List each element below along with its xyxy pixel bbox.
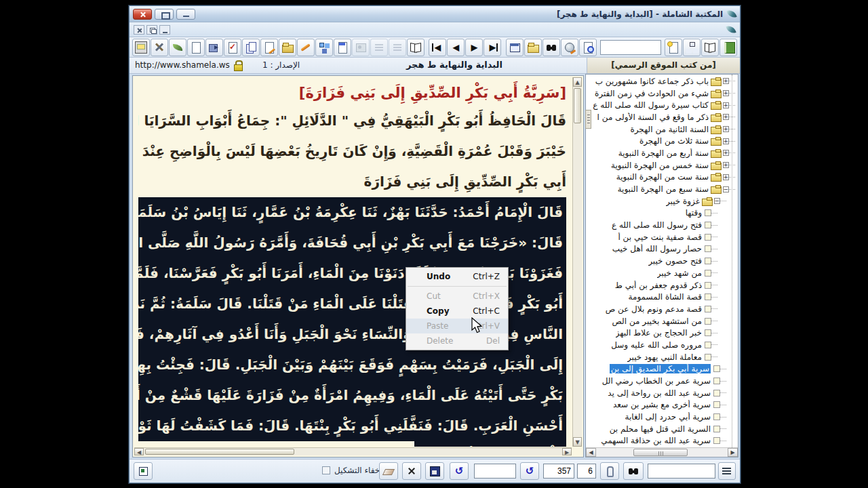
toolbar-new-note-button[interactable] [665, 39, 682, 56]
tree-scroll-right-arrow[interactable]: ▶ [728, 448, 738, 457]
tree-item[interactable]: قصة مدعم ونوم بلال عن ص [586, 303, 736, 315]
refresh-button-2[interactable]: ↺ [520, 462, 539, 480]
expander-toggle[interactable]: + [723, 102, 729, 108]
options-menu-button[interactable] [718, 462, 736, 480]
toolbar-properties-button[interactable] [334, 39, 351, 56]
tree-checkbox[interactable] [705, 234, 711, 241]
toolbar-leaf-button[interactable] [169, 39, 186, 56]
context-menu-item[interactable]: Paste Ctrl+V [406, 319, 508, 333]
tree-item[interactable]: سرية أبي بكر الصديق إلى بن [586, 363, 736, 375]
toolbar-edit-page-button[interactable] [260, 39, 278, 56]
expander-toggle[interactable]: + [723, 162, 729, 168]
tree-checkbox[interactable] [705, 293, 711, 300]
context-menu-item[interactable]: Delete Del [406, 333, 508, 348]
tree-item[interactable]: حصار رسول الله أهل خيب [586, 243, 736, 256]
tree-checkbox[interactable] [705, 329, 711, 336]
tree-item[interactable]: + سنة خمس من الهجرة النبوية [586, 159, 736, 171]
tree-item[interactable]: + شيء من الحوادث في زمن الفترة [586, 87, 736, 100]
expander-toggle[interactable]: + [723, 138, 729, 144]
reader-line[interactable]: الْمَدِينَةَ، ثُمَّ بِتُّ فَلَمْ [138, 441, 566, 447]
reader-line[interactable]: قَالَ: «خَرَجْنَا مَعَ أَبِي بَكْرِ بْنِ… [138, 228, 566, 258]
tree-checkbox[interactable] [705, 342, 711, 348]
tree-scroll-left-arrow[interactable]: ◀ [586, 448, 596, 457]
context-menu-item[interactable]: Cut Ctrl+X [406, 289, 508, 304]
tree-item[interactable]: + سنة ست من الهجرة النبوية [586, 171, 736, 184]
tree-item[interactable]: وقتها [586, 207, 736, 220]
tree-checkbox[interactable] [705, 354, 711, 361]
tree-item[interactable]: − سنة سبع من الهجرة النبوية [586, 183, 736, 195]
tree-checkbox[interactable] [705, 245, 711, 252]
toolbar-nav-next-button[interactable]: ▶ [465, 39, 483, 56]
mdi-close-button[interactable] [134, 25, 144, 35]
reader-line[interactable]: أَبِي بَكْرٍ الصِّدِّيقِ إِلَى بَنِي فَز… [138, 167, 566, 197]
tree-checkbox[interactable] [705, 318, 711, 325]
reader-line[interactable]: إِلَى الْجَبَلِ، فَرَمَيْتُ بِسَهْمٍ فَو… [138, 350, 566, 380]
toolbar-clipboard-check-button[interactable] [224, 39, 241, 56]
tree-checkbox[interactable] [713, 401, 720, 408]
reader-line[interactable]: قَالَ الْإِمَامُ أَحْمَدُ: حَدَّثَنَا بَ… [138, 197, 566, 228]
menu-live-update[interactable] [654, 28, 665, 31]
hide-diacritics-checkbox[interactable] [322, 466, 330, 474]
expander-toggle[interactable]: + [723, 150, 729, 156]
tree-item[interactable]: + السنة الثانية من الهجرة [586, 123, 736, 136]
expander-toggle[interactable]: + [723, 126, 729, 132]
scroll-left-arrow[interactable]: ◀ [134, 448, 144, 455]
tree-item[interactable]: سرية عبد الله بن حذافة السهمي [586, 435, 736, 447]
toolbar-pencil-button[interactable] [297, 39, 315, 56]
save-button[interactable] [425, 462, 444, 480]
splitter-grip[interactable] [585, 110, 591, 129]
tree-item[interactable]: − غزوة خيبر [586, 195, 736, 207]
reader-line[interactable]: بَكْرٍ حَتَّى أَتَيْتُهُ عَلَى الْمَاءِ،… [138, 380, 566, 411]
expander-toggle[interactable]: + [723, 78, 729, 84]
toolbar-binoculars-button[interactable] [542, 39, 560, 56]
expander-toggle[interactable]: − [714, 198, 720, 204]
volume-number-input[interactable] [577, 464, 596, 479]
menu-search[interactable] [698, 28, 709, 31]
reader-line[interactable]: [سَرِيَّةُ أَبِي بَكْرِ الصِّدِّيقِ إِلَ… [138, 79, 566, 106]
tree-checkbox[interactable] [713, 365, 720, 372]
menu-screens[interactable] [687, 28, 698, 31]
menu-file[interactable] [709, 28, 719, 31]
quick-search-input[interactable] [648, 464, 715, 479]
tree-item[interactable]: + سنة أربع من الهجرة النبوية [586, 147, 736, 159]
toolbar-tools-button[interactable] [151, 39, 168, 56]
reader-line[interactable]: أَحْسَنِ الْعَرَبِ. قَالَ: فَنَفَّلَنِي … [138, 411, 566, 441]
toolbar-green-book-button[interactable] [719, 39, 737, 56]
tree-item[interactable]: سرية عبد الله بن رواحة إلى يد [586, 387, 736, 399]
toolbar-page-search-button[interactable] [579, 39, 597, 56]
toolbar-numbered-list-button[interactable] [370, 39, 388, 56]
toolbar-justify-lines-button[interactable] [389, 39, 406, 56]
toolbar-nav-first-button[interactable]: ◀ [429, 39, 446, 56]
tree-item[interactable]: سرية عمر بن الخطاب رضي الل [586, 375, 736, 387]
refresh-button-1[interactable]: ↺ [450, 462, 469, 480]
reader-horizontal-scrollbar[interactable]: ◀ ▶ [134, 447, 572, 455]
mdi-restore-button[interactable] [146, 25, 157, 35]
toolbar-nav-prev-button[interactable]: ◀ [447, 39, 465, 56]
expander-toggle[interactable]: + [723, 174, 729, 180]
tree-checkbox[interactable] [713, 413, 720, 420]
page-number-input[interactable] [543, 464, 574, 479]
tree-checkbox[interactable] [713, 390, 720, 396]
minimize-button[interactable] [176, 9, 195, 20]
menu-notes[interactable] [665, 28, 676, 31]
toolbar-new-page-button[interactable] [187, 39, 205, 56]
toolbar-video-button[interactable] [205, 39, 223, 56]
tree-checkbox[interactable] [713, 426, 720, 432]
tree-checkbox[interactable] [705, 306, 711, 312]
tree-scroll-thumb[interactable] [633, 449, 688, 456]
tree-checkbox[interactable] [713, 378, 720, 384]
tree-item[interactable]: من شهد خيبر [586, 267, 736, 279]
scroll-right-arrow[interactable]: ▶ [562, 448, 572, 455]
vertical-scroll-thumb[interactable] [574, 88, 581, 123]
tree-checkbox[interactable] [713, 437, 720, 444]
scroll-down-arrow[interactable]: ▼ [573, 437, 582, 447]
tree-checkbox[interactable] [705, 282, 711, 289]
context-menu-item[interactable]: Undo Ctrl+Z [406, 269, 508, 284]
menu-windows[interactable] [644, 28, 654, 31]
close-button[interactable] [133, 9, 152, 20]
toolbar-org-chart-button[interactable] [683, 39, 701, 56]
context-menu-item[interactable]: Copy Ctrl+C [406, 304, 508, 319]
tree-item[interactable]: + كتاب سيرة رسول الله صلى الله ع [586, 99, 736, 111]
attachment-button[interactable] [600, 462, 619, 480]
tree-item[interactable]: فتح رسول الله صلى الله ع [586, 219, 736, 231]
